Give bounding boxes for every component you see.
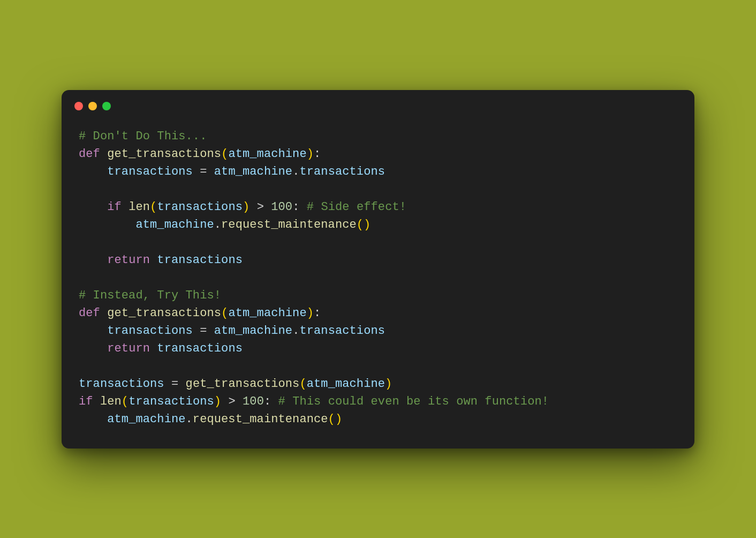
token-op <box>79 165 107 178</box>
token-pn: ) <box>307 147 314 161</box>
window-titlebar <box>62 90 694 114</box>
token-id: atm_machine <box>135 218 214 231</box>
token-pn: ( <box>221 147 228 161</box>
token-fn: get_transactions <box>107 307 221 320</box>
token-op: = <box>171 377 178 391</box>
token-c: # Instead, Try This! <box>79 289 221 302</box>
token-op <box>250 200 256 214</box>
token-pn: ( <box>150 200 157 214</box>
token-pn: () <box>357 218 371 231</box>
token-op: = <box>200 165 207 178</box>
code-line: transactions = get_transactions(atm_mach… <box>79 377 392 391</box>
token-pn: ) <box>307 307 314 320</box>
token-op <box>193 165 200 178</box>
token-id: atm_machine <box>307 377 385 391</box>
token-fn: len <box>100 395 122 408</box>
token-op <box>207 324 214 338</box>
code-line <box>79 360 86 373</box>
token-id: atm_machine <box>214 165 292 178</box>
token-kw: def <box>79 147 100 161</box>
token-fn: len <box>128 200 150 214</box>
token-op: . <box>292 165 299 178</box>
token-pn: ( <box>221 307 228 320</box>
token-fn: request_maintenance <box>221 218 357 231</box>
token-op <box>79 200 107 214</box>
token-id: transactions <box>299 165 385 178</box>
token-op: > <box>228 395 235 408</box>
token-op <box>264 200 271 214</box>
token-c: # Don't Do This... <box>79 130 207 143</box>
token-op <box>79 218 135 231</box>
token-op <box>79 342 107 355</box>
token-op <box>93 395 100 408</box>
token-fn: request_maintenance <box>193 413 328 426</box>
token-id: transactions <box>157 342 243 355</box>
token-kw: if <box>107 200 122 214</box>
token-pn: ) <box>214 395 221 408</box>
traffic-light-zoom-icon <box>102 102 111 110</box>
token-id: transactions <box>157 253 243 267</box>
token-id: atm_machine <box>228 307 306 320</box>
token-op: = <box>200 324 207 338</box>
token-pn: ) <box>385 377 392 391</box>
token-op: : <box>314 147 321 161</box>
token-kw: return <box>107 253 150 267</box>
token-op <box>79 324 107 338</box>
token-fn: get_transactions <box>107 147 221 161</box>
token-op <box>150 253 157 267</box>
traffic-light-minimize-icon <box>88 102 97 110</box>
token-op <box>178 377 185 391</box>
token-op <box>100 307 107 320</box>
token-id: atm_machine <box>214 324 292 338</box>
code-line: transactions = atm_machine.transactions <box>79 165 385 178</box>
code-line: return transactions <box>79 253 243 267</box>
token-op <box>193 324 200 338</box>
token-num: 100 <box>271 200 292 214</box>
token-id: transactions <box>107 165 193 178</box>
token-op: : <box>264 395 271 408</box>
token-fn: get_transactions <box>186 377 300 391</box>
code-line: def get_transactions(atm_machine): <box>79 147 321 161</box>
token-op <box>207 165 214 178</box>
token-pn: ) <box>243 200 250 214</box>
token-id: transactions <box>107 324 193 338</box>
token-id: atm_machine <box>107 413 185 426</box>
token-op: . <box>186 413 193 426</box>
token-id: transactions <box>79 377 164 391</box>
code-card: # Don't Do This... def get_transactions(… <box>62 90 694 449</box>
token-op: : <box>314 307 321 320</box>
token-op <box>150 342 157 355</box>
token-op <box>300 200 307 214</box>
token-id: transactions <box>299 324 385 338</box>
code-block: # Don't Do This... def get_transactions(… <box>62 114 694 449</box>
code-line: atm_machine.request_maintenance() <box>79 413 342 426</box>
token-kw: if <box>79 395 93 408</box>
code-line: if len(transactions) > 100: # This could… <box>79 395 549 408</box>
token-id: transactions <box>157 200 243 214</box>
token-op: : <box>292 200 299 214</box>
token-op <box>164 377 171 391</box>
token-op <box>221 395 228 408</box>
token-op <box>79 253 107 267</box>
token-op: . <box>214 218 221 231</box>
token-id: transactions <box>128 395 214 408</box>
token-c: # This could even be its own function! <box>278 395 549 408</box>
token-op: . <box>292 324 299 338</box>
token-op <box>100 147 107 161</box>
code-line: transactions = atm_machine.transactions <box>79 324 385 338</box>
code-line: # Don't Do This... <box>79 130 207 143</box>
token-op <box>79 413 107 426</box>
code-line <box>79 183 86 196</box>
token-pn: () <box>328 413 343 426</box>
token-c: # Side effect! <box>307 200 406 214</box>
code-line: return transactions <box>79 342 243 355</box>
token-op <box>236 395 243 408</box>
token-op <box>122 200 128 214</box>
token-pn: ( <box>122 395 128 408</box>
traffic-light-close-icon <box>74 102 83 110</box>
code-line: # Instead, Try This! <box>79 289 221 302</box>
token-kw: return <box>107 342 150 355</box>
code-line: if len(transactions) > 100: # Side effec… <box>79 200 406 214</box>
code-line <box>79 236 86 249</box>
token-op: > <box>257 200 264 214</box>
